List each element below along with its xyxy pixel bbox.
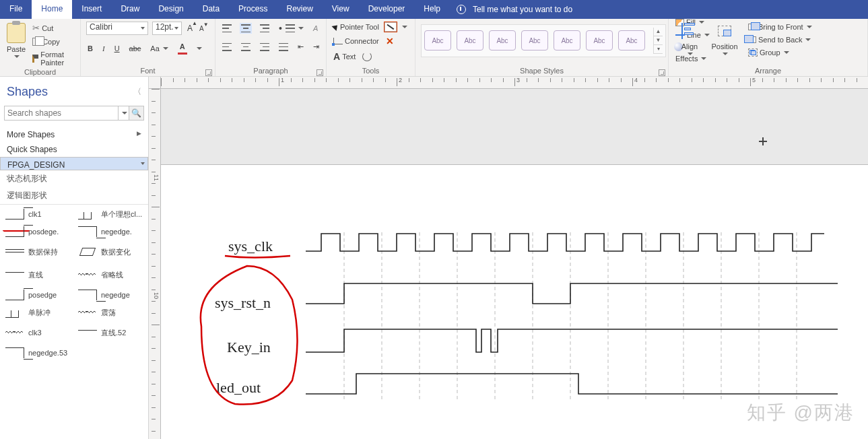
format-painter-button[interactable]: Format Painter — [31, 49, 75, 68]
stencil-shape-label: 省略线 — [101, 270, 123, 280]
collapse-shapes-pane-button[interactable]: 〈 — [133, 86, 141, 98]
shape-styles-dialog-launcher[interactable] — [659, 69, 665, 76]
align-middle-button[interactable] — [240, 23, 252, 34]
shrink-font-button[interactable]: A▼ — [198, 24, 205, 34]
group-shapes-button[interactable]: Group — [747, 47, 813, 58]
align-left-button[interactable] — [221, 42, 233, 53]
font-size-select[interactable]: 12pt. — [152, 22, 182, 35]
tab-developer[interactable]: Developer — [359, 0, 415, 19]
stencil-shape[interactable]: 单脉冲 — [5, 307, 75, 318]
italic-button[interactable]: I — [101, 43, 106, 54]
group-shape-styles: Abc Abc Abc Abc Abc Abc Abc ▲▼▾ Fill Lin… — [415, 19, 669, 76]
stencil-shape[interactable]: 直线 — [5, 267, 75, 283]
step-dn-icon — [78, 226, 97, 237]
state-machine-stencil[interactable]: 状态机形状 — [0, 170, 148, 187]
tell-me-placeholder: Tell me what you want to do — [473, 5, 572, 14]
style-swatch[interactable]: Abc — [489, 30, 516, 50]
line-tool-button[interactable] — [385, 22, 397, 32]
more-shapes-item[interactable]: More Shapes▶ — [0, 127, 148, 142]
send-back-icon — [748, 36, 756, 43]
stencil-shape[interactable]: negedge — [78, 290, 148, 300]
connector-tool-button[interactable]: Connector — [332, 36, 380, 46]
fpga-design-stencil[interactable]: FPGA_DESIGN — [0, 157, 148, 170]
tab-data[interactable]: Data — [193, 0, 229, 19]
style-swatch[interactable]: Abc — [521, 30, 548, 50]
stencil-shape[interactable]: negedge.53 — [5, 347, 75, 358]
paste-button[interactable]: Paste — [5, 22, 27, 59]
stencil-shape[interactable]: posedge — [5, 290, 75, 300]
grow-font-button[interactable]: A▲ — [186, 22, 194, 34]
send-back-button[interactable]: Send to Back — [747, 34, 813, 45]
stencil-shape[interactable]: 直线.52 — [78, 325, 148, 341]
quick-shapes-item[interactable]: Quick Shapes — [0, 142, 148, 157]
increase-indent-button[interactable]: ⇥ — [312, 41, 321, 53]
tab-file[interactable]: File — [0, 0, 32, 19]
shapes-search-options[interactable] — [119, 106, 129, 121]
align-top-button[interactable] — [221, 23, 233, 34]
tab-process[interactable]: Process — [229, 0, 277, 19]
stencil-shape[interactable]: 单个理想cl... — [78, 209, 148, 220]
stencil-shape[interactable]: 数据保持 — [5, 244, 75, 260]
position-button[interactable]: Position — [709, 22, 740, 57]
underline-button[interactable]: U — [113, 43, 121, 54]
tab-view[interactable]: View — [323, 0, 359, 19]
gallery-scroll[interactable]: ▲▼▾ — [653, 28, 663, 54]
align-button[interactable]: Align — [674, 22, 705, 57]
brush-icon — [32, 55, 38, 63]
stencil-shape[interactable]: negedge. — [78, 226, 148, 237]
stencil-shape[interactable]: posdege. — [5, 226, 75, 237]
logic-diagram-stencil[interactable]: 逻辑图形状 — [0, 187, 148, 204]
tab-help[interactable]: Help — [414, 0, 450, 19]
stencil-shape[interactable]: clk1 — [5, 209, 75, 220]
decrease-indent-button[interactable]: ⇤ — [296, 41, 305, 53]
align-bottom-button[interactable] — [259, 23, 271, 34]
vertical-ruler: 1110 — [149, 89, 161, 439]
shapes-search-go[interactable]: 🔍 — [129, 106, 144, 121]
stencil-shape[interactable] — [78, 347, 148, 358]
hline-icon — [5, 272, 24, 283]
font-dialog-launcher[interactable] — [205, 69, 212, 76]
bold-button[interactable]: B — [86, 43, 94, 54]
font-family-select[interactable]: Calibri — [86, 22, 148, 35]
text-tool-button[interactable]: AText — [332, 50, 357, 63]
shapes-search-input[interactable] — [4, 106, 119, 121]
tab-design[interactable]: Design — [149, 0, 193, 19]
style-swatch[interactable]: Abc — [618, 30, 645, 50]
cut-button[interactable]: ✂Cut — [31, 22, 75, 34]
shape-style-gallery[interactable]: Abc Abc Abc Abc Abc Abc Abc ▲▼▾ — [421, 24, 666, 57]
group-label-paragraph: Paragraph — [221, 67, 321, 76]
tell-me-search[interactable]: Tell me what you want to do — [457, 0, 572, 19]
wave-icon: 〰〰 — [78, 307, 97, 318]
stencil-shape[interactable]: 数据变化 — [78, 244, 148, 260]
strike-button[interactable]: abc — [128, 43, 143, 54]
tab-home[interactable]: Home — [32, 0, 72, 19]
style-swatch[interactable]: Abc — [554, 30, 580, 50]
rotate-tool-button[interactable] — [361, 50, 373, 63]
bring-front-button[interactable]: Bring to Front — [747, 22, 813, 32]
bullets-button[interactable] — [277, 22, 305, 35]
font-color-button[interactable]: A — [176, 41, 189, 56]
style-swatch[interactable]: Abc — [586, 30, 613, 50]
connect-point-x-button[interactable]: ✕ — [385, 34, 395, 48]
drawing-page[interactable]: sys_clk sys_rst_n Key_in led_out — [161, 164, 868, 439]
group-tools: Pointer Tool Connector ✕ AText Tools — [327, 19, 415, 76]
stencil-shape[interactable]: 〰〰clk3 — [5, 325, 75, 341]
align-center-button[interactable] — [240, 42, 252, 53]
connector-icon — [333, 38, 343, 44]
copy-button[interactable]: Copy — [31, 36, 75, 47]
change-case-button[interactable]: Aa — [149, 43, 169, 54]
tab-review[interactable]: Review — [277, 0, 322, 19]
style-swatch[interactable]: Abc — [457, 30, 483, 50]
tab-draw[interactable]: Draw — [111, 0, 149, 19]
justify-button[interactable] — [277, 42, 290, 53]
stencil-shape[interactable]: 〰〰震荡 — [78, 307, 148, 318]
align-right-button[interactable] — [259, 42, 271, 53]
group-paragraph: A ⇤ ⇥ Paragraph — [215, 19, 327, 76]
pointer-tool-button[interactable]: Pointer Tool — [332, 22, 380, 32]
style-swatch[interactable]: Abc — [424, 30, 451, 50]
clear-format-button[interactable]: A — [312, 23, 319, 34]
tab-insert[interactable]: Insert — [72, 0, 111, 19]
paragraph-dialog-launcher[interactable] — [316, 69, 323, 76]
stencil-shape[interactable]: 〰〰省略线 — [78, 267, 148, 283]
drawing-canvas[interactable]: 12345 1110 sys_clk sys_rst_n Key_in led_… — [149, 77, 868, 439]
